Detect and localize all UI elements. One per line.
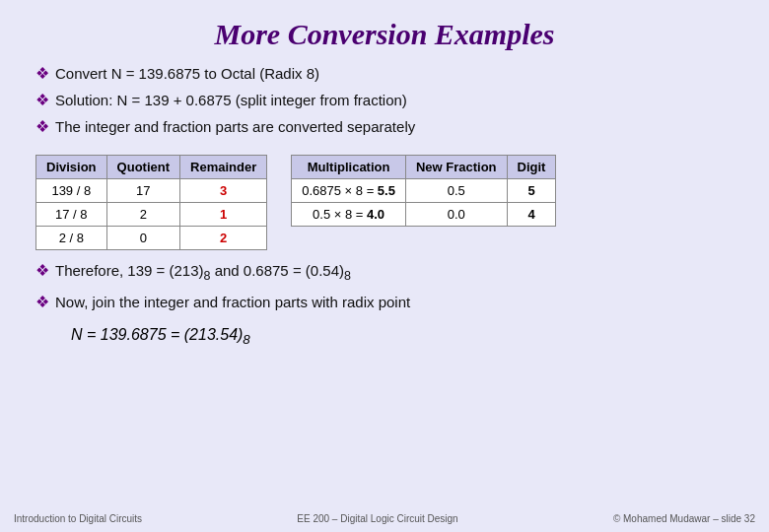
diamond-icon-5: ❖ [35, 293, 49, 311]
mul-r2-frac: 0.0 [405, 203, 507, 227]
div-row-1: 139 / 8 17 3 [36, 179, 267, 203]
conclusion-2: ❖ Now, join the integer and fraction par… [35, 292, 734, 312]
bullet-1-text: Convert N = 139.6875 to Octal (Radix 8) [55, 63, 319, 84]
mul-header-newfraction: New Fraction [405, 156, 507, 179]
div-r2-division: 17 / 8 [36, 203, 107, 227]
div-r2-quotient: 2 [106, 203, 179, 227]
diamond-icon-1: ❖ [35, 64, 49, 83]
footer-left: Introduction to Digital Circuits [14, 513, 142, 524]
mul-row-2: 0.5 × 8 = 4.0 0.0 4 [292, 203, 556, 227]
div-header-division: Division [36, 156, 107, 179]
bullet-3-text: The integer and fraction parts are conve… [55, 116, 415, 137]
mul-header-digit: Digit [507, 156, 556, 179]
div-row-3: 2 / 8 0 2 [36, 227, 267, 250]
mul-header-multiplication: Multiplication [292, 156, 406, 179]
diamond-icon-2: ❖ [35, 91, 49, 109]
mul-r1-frac: 0.5 [405, 179, 507, 203]
bullet-3: ❖ The integer and fraction parts are con… [35, 116, 734, 137]
conclusion-1: ❖ Therefore, 139 = (213)8 and 0.6875 = (… [35, 260, 734, 286]
slide-container: More Conversion Examples ❖ Convert N = 1… [0, 0, 769, 532]
conclusion-2-text: Now, join the integer and fraction parts… [55, 292, 410, 312]
multiplication-table: Multiplication New Fraction Digit 0.6875… [291, 155, 556, 227]
final-equation-text: N = 139.6875 = (213.54)8 [71, 326, 250, 343]
conclusion-1-text: Therefore, 139 = (213)8 and 0.6875 = (0.… [55, 260, 351, 286]
slide-title: More Conversion Examples [35, 18, 734, 51]
div-r1-division: 139 / 8 [36, 179, 107, 203]
mul-r1-mult: 0.6875 × 8 = 5.5 [292, 179, 406, 203]
div-r2-remainder: 1 [180, 203, 267, 227]
tables-section: Division Quotient Remainder 139 / 8 17 3… [35, 155, 734, 250]
div-header-quotient: Quotient [106, 156, 179, 179]
div-r3-remainder: 2 [180, 227, 267, 250]
div-r3-division: 2 / 8 [36, 227, 107, 250]
footer-center: EE 200 – Digital Logic Circuit Design [297, 513, 457, 524]
slide-footer: Introduction to Digital Circuits EE 200 … [0, 513, 769, 524]
mul-r1-digit: 5 [507, 179, 556, 203]
mul-r2-mult: 0.5 × 8 = 4.0 [292, 203, 406, 227]
div-r1-quotient: 17 [106, 179, 179, 203]
bullet-2-text: Solution: N = 139 + 0.6875 (split intege… [55, 90, 407, 110]
conclusion-bullets: ❖ Therefore, 139 = (213)8 and 0.6875 = (… [35, 260, 734, 312]
diamond-icon-3: ❖ [35, 117, 49, 136]
bullet-1: ❖ Convert N = 139.6875 to Octal (Radix 8… [35, 63, 734, 84]
top-bullets: ❖ Convert N = 139.6875 to Octal (Radix 8… [35, 63, 734, 137]
div-row-2: 17 / 8 2 1 [36, 203, 267, 227]
final-equation: N = 139.6875 = (213.54)8 [35, 326, 734, 347]
div-r1-remainder: 3 [180, 179, 267, 203]
diamond-icon-4: ❖ [35, 261, 49, 280]
div-header-remainder: Remainder [180, 156, 267, 179]
division-table: Division Quotient Remainder 139 / 8 17 3… [35, 155, 267, 250]
footer-right: © Mohamed Mudawar – slide 32 [613, 513, 755, 524]
mul-row-1: 0.6875 × 8 = 5.5 0.5 5 [292, 179, 556, 203]
mul-r2-digit: 4 [507, 203, 556, 227]
div-r3-quotient: 0 [106, 227, 179, 250]
bullet-2: ❖ Solution: N = 139 + 0.6875 (split inte… [35, 90, 734, 110]
